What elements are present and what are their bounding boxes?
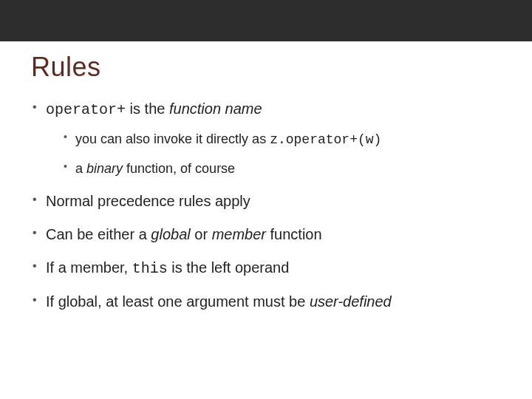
slide-title: Rules bbox=[31, 52, 501, 83]
bullet-text: Normal precedence rules apply bbox=[46, 193, 250, 209]
list-item: a binary function, of course bbox=[62, 160, 501, 178]
bullet-text: If a member, bbox=[46, 259, 132, 276]
list-item: Normal precedence rules apply bbox=[31, 191, 501, 211]
bullet-text: or bbox=[191, 226, 212, 242]
code-text: z.operator+(w) bbox=[270, 132, 381, 147]
list-item: you can also invoke it directly as z.ope… bbox=[62, 130, 501, 149]
bullet-text: function, of course bbox=[123, 161, 235, 176]
code-text: this bbox=[132, 260, 168, 277]
italic-text: binary bbox=[86, 161, 123, 176]
slide-content: Rules operator+ is the function name you… bbox=[0, 41, 532, 312]
bullet-text: Can be either a bbox=[46, 226, 151, 242]
italic-text: global bbox=[151, 226, 190, 242]
sub-bullet-list: you can also invoke it directly as z.ope… bbox=[46, 130, 501, 178]
bullet-list: operator+ is the function name you can a… bbox=[31, 99, 501, 312]
list-item: operator+ is the function name you can a… bbox=[31, 99, 501, 178]
bullet-text: If global, at least one argument must be bbox=[46, 293, 310, 310]
code-text: operator+ bbox=[46, 101, 126, 118]
bullet-text: is the left operand bbox=[168, 259, 290, 276]
slide-top-bar bbox=[0, 0, 532, 41]
italic-text: user-defined bbox=[310, 293, 392, 310]
list-item: If a member, this is the left operand bbox=[31, 258, 501, 279]
bullet-text: function bbox=[266, 226, 322, 242]
bullet-text: a bbox=[75, 161, 86, 176]
list-item: Can be either a global or member functio… bbox=[31, 225, 501, 245]
bullet-text: is the bbox=[126, 100, 169, 117]
bullet-text: you can also invoke it directly as bbox=[75, 132, 270, 146]
list-item: If global, at least one argument must be… bbox=[31, 292, 501, 312]
italic-text: function name bbox=[169, 100, 262, 117]
italic-text: member bbox=[212, 226, 266, 242]
